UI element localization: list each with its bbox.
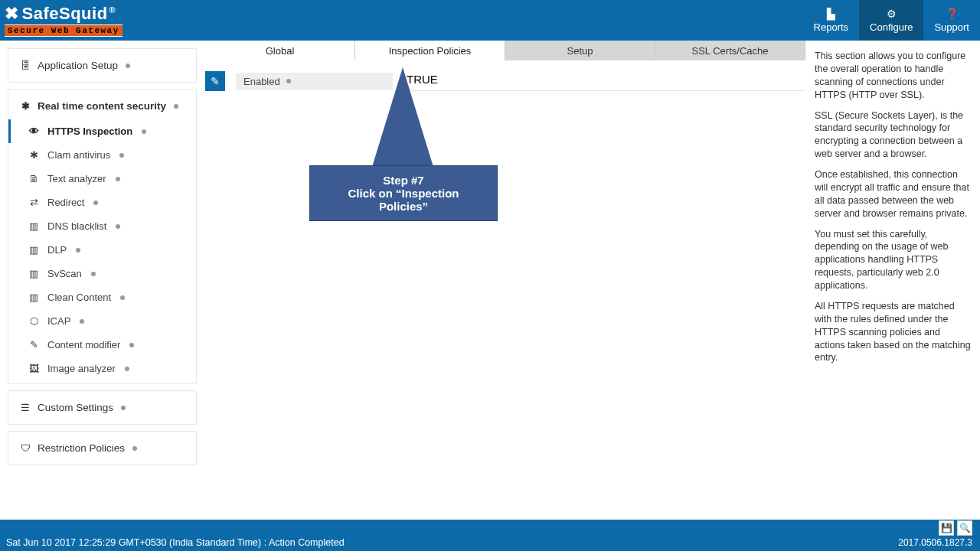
sidebar-item-label: Redirect — [47, 197, 84, 208]
info-icon — [174, 104, 178, 109]
asterisk-icon: ✱ — [28, 149, 40, 161]
sidebar-item-clam-antivirus[interactable]: ✱ Clam antivirus — [8, 143, 196, 167]
sidebar-group-appsetup: 🗄 Application Setup — [8, 48, 197, 83]
property-value: TRUE — [403, 71, 805, 91]
gears-icon: ⚙ — [887, 8, 897, 20]
nav-configure[interactable]: ⚙ Configure — [859, 0, 923, 41]
brand-registered: ® — [109, 5, 116, 15]
info-icon — [129, 343, 134, 347]
sidebar-app-setup-label: Application Setup — [38, 60, 118, 71]
sidebar-rtcs[interactable]: ✱ Real time content security — [8, 93, 196, 119]
save-icon: 💾 — [941, 523, 952, 533]
tab-ssl-certs-cache[interactable]: SSL Certs/Cache — [655, 41, 805, 60]
sidebar-item-label: DLP — [47, 244, 67, 256]
barcode-icon: ▥ — [28, 292, 40, 303]
bug-icon: ✱ — [19, 100, 31, 112]
info-icon — [286, 79, 291, 83]
help-paragraph: You must set this carefully, depending o… — [815, 228, 972, 292]
tabs: Global Inspection Policies Setup SSL Cer… — [205, 41, 805, 60]
nav-support[interactable]: ❓ Support — [923, 0, 980, 41]
sidebar-item-label: Clam antivirus — [47, 149, 110, 161]
search-icon: 🔍 — [959, 523, 971, 533]
help-paragraph: SSL (Secure Sockets Layer), is the stand… — [815, 109, 972, 161]
image-icon: 🖼 — [28, 363, 40, 374]
info-icon — [126, 64, 130, 68]
tab-setup[interactable]: Setup — [505, 41, 655, 60]
sidebar-custom-settings[interactable]: ☰ Custom Settings — [8, 394, 196, 421]
sidebar-item-dns-blacklist[interactable]: ▥ DNS blacklist — [8, 214, 196, 238]
info-icon — [125, 367, 129, 371]
sidebar-group-rtcs: ✱ Real time content security 👁 HTTPS Ins… — [8, 89, 197, 384]
sidebar-rtcs-label: Real time content security — [38, 100, 166, 112]
sidebar-item-label: Content modifier — [47, 339, 120, 350]
help-paragraph: Once established, this connection will e… — [815, 168, 972, 220]
tools-icon: ✖ — [5, 4, 19, 24]
sidebar-item-label: Image analyzer — [47, 363, 116, 374]
sidebar-item-text-analyzer[interactable]: 🗎 Text analyzer — [8, 167, 196, 191]
brand-logo: ✖ SafeSquid ® Secure Web Gateway — [5, 4, 122, 37]
property-label-text: Enabled — [243, 76, 280, 87]
sidebar-item-label: DNS blacklist — [47, 220, 106, 232]
sidebar-item-label: Clean Content — [47, 292, 111, 303]
edit-button[interactable]: ✎ — [205, 71, 225, 91]
brand-tagline: Secure Web Gateway — [5, 24, 122, 37]
info-icon — [121, 406, 126, 410]
sidebar-app-setup[interactable]: 🗄 Application Setup — [8, 52, 196, 79]
sidebar-item-icap[interactable]: ⬡ ICAP — [8, 309, 196, 333]
search-button[interactable]: 🔍 — [957, 520, 972, 536]
info-icon — [93, 201, 98, 205]
sidebar-restriction-label: Restriction Policies — [38, 442, 125, 454]
sidebar-restriction-policies[interactable]: 🛡 Restriction Policies — [8, 435, 196, 461]
list-icon: ▥ — [28, 220, 40, 232]
info-icon — [76, 248, 80, 253]
tab-global[interactable]: Global — [205, 41, 355, 60]
info-icon — [116, 177, 120, 181]
info-icon — [80, 319, 84, 324]
eye-icon: 👁 — [28, 126, 40, 137]
sidebar-item-redirect[interactable]: ⇄ Redirect — [8, 191, 196, 214]
property-label: Enabled — [236, 73, 393, 90]
save-button[interactable]: 💾 — [939, 520, 954, 536]
footer-right: 💾 🔍 2017.0506.1827.3 — [898, 520, 972, 548]
sidebar-item-content-modifier[interactable]: ✎ Content modifier — [8, 333, 196, 357]
sidebar-item-svscan[interactable]: ▥ SvScan — [8, 262, 196, 285]
footer-status: Sat Jun 10 2017 12:25:29 GMT+0530 (India… — [6, 537, 345, 548]
brand-title: ✖ SafeSquid ® — [5, 4, 122, 24]
callout-text: Click on “Inspection Policies” — [327, 187, 480, 213]
help-panel: This section allows you to configure the… — [810, 41, 980, 520]
topbar: ✖ SafeSquid ® Secure Web Gateway ▙ Repor… — [0, 0, 980, 41]
file-icon: 🗎 — [28, 173, 40, 184]
help-icon: ❓ — [946, 8, 959, 20]
info-icon — [119, 153, 124, 158]
sidebar-item-dlp[interactable]: ▥ DLP — [8, 238, 196, 262]
shield-icon: 🛡 — [19, 442, 31, 454]
pencil-square-icon: ✎ — [211, 75, 220, 87]
info-icon — [91, 272, 96, 276]
sidebar-item-image-analyzer[interactable]: 🖼 Image analyzer — [8, 357, 196, 380]
barcode-icon: ▥ — [28, 244, 40, 256]
nav-support-label: Support — [934, 21, 969, 33]
help-paragraph: All HTTPS requests are matched with the … — [815, 300, 972, 364]
sidebar-item-clean-content[interactable]: ▥ Clean Content — [8, 285, 196, 309]
brand-name: SafeSquid — [22, 4, 108, 24]
top-nav: ▙ Reports ⚙ Configure ❓ Support — [803, 0, 980, 41]
info-icon — [142, 129, 146, 134]
sidebar: 🗄 Application Setup ✱ Real time content … — [8, 48, 197, 512]
nav-reports[interactable]: ▙ Reports — [803, 0, 860, 41]
chart-icon: ▙ — [827, 8, 835, 20]
sidebar-item-https-inspection[interactable]: 👁 HTTPS Inspection — [8, 119, 196, 143]
sidebar-item-label: SvScan — [47, 268, 82, 279]
tab-inspection-policies[interactable]: Inspection Policies — [355, 41, 505, 60]
edit-icon: ✎ — [28, 339, 40, 350]
briefcase-icon: 🗄 — [19, 60, 31, 71]
info-icon — [132, 446, 137, 451]
help-paragraph: This section allows you to configure the… — [815, 50, 972, 102]
nav-reports-label: Reports — [814, 21, 849, 33]
sidebar-group-custom: ☰ Custom Settings — [8, 390, 197, 425]
footer: Sat Jun 10 2017 12:25:29 GMT+0530 (India… — [0, 520, 980, 551]
sidebar-item-label: HTTPS Inspection — [47, 126, 132, 137]
callout-step: Step #7 — [327, 174, 480, 187]
footer-buttons: 💾 🔍 — [939, 520, 972, 536]
sidebar-item-label: Text analyzer — [47, 173, 106, 184]
sliders-icon: ☰ — [19, 402, 31, 413]
